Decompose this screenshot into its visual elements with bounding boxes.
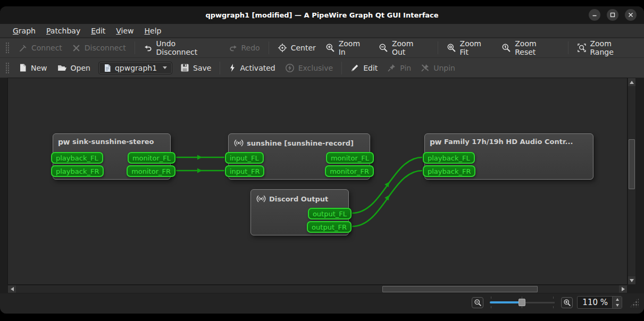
port-output[interactable]: monitor_FR (127, 165, 175, 177)
port-input[interactable]: playback_FR (423, 165, 475, 177)
new-button[interactable]: New (14, 61, 52, 75)
scroll-right-button[interactable] (619, 285, 627, 293)
graph-canvas[interactable]: pw sink-sunshine-stereo playback_FL play… (7, 78, 628, 285)
toolbar-separator (341, 62, 342, 74)
window-resize-grip[interactable] (630, 298, 639, 307)
vertical-scrollbar[interactable] (628, 78, 636, 285)
menu-graph[interactable]: Graph (9, 25, 40, 37)
zoom-in-button[interactable]: Zoom In (321, 37, 374, 59)
save-button[interactable]: Save (175, 61, 216, 75)
port-output[interactable]: output_FL (308, 208, 352, 219)
redo-button[interactable]: Redo (224, 41, 265, 55)
button-label: Redo (241, 44, 260, 52)
arrow-right-icon (622, 287, 625, 291)
port-input[interactable]: playback_FR (51, 165, 104, 177)
spin-up-button[interactable] (613, 297, 622, 302)
minimize-button[interactable] (589, 9, 600, 21)
scroll-left-button[interactable] (8, 285, 16, 293)
patchbay-file-icon (104, 64, 111, 72)
activated-button[interactable]: Activated (224, 61, 280, 75)
patchbay-selector[interactable]: qpwgraph1 (98, 62, 172, 74)
center-button[interactable]: Center (273, 40, 321, 55)
undo-icon (144, 44, 153, 53)
unpin-button[interactable]: Unpin (416, 61, 460, 75)
zoom-reset-button[interactable]: Zoom Reset (497, 37, 564, 59)
connect-button[interactable]: Connect (14, 41, 67, 55)
toolbar-separator (269, 41, 269, 54)
zoom-out-slider-button[interactable] (472, 297, 483, 308)
menu-view[interactable]: View (112, 25, 138, 37)
graph-node[interactable]: pw sink-sunshine-stereo playback_FL play… (53, 133, 171, 180)
port-input[interactable]: playback_FL (423, 152, 475, 164)
save-icon (180, 63, 189, 72)
open-button[interactable]: Open (52, 61, 95, 75)
menu-bar: Graph Patchbay Edit View Help (0, 24, 644, 38)
pin-button[interactable]: Pin (382, 61, 416, 75)
toolbar-separator (220, 62, 220, 74)
button-label: Disconnect (85, 44, 126, 52)
slider-tick (553, 297, 554, 299)
zoom-reset-icon (501, 43, 511, 53)
scroll-down-button[interactable] (628, 276, 635, 284)
graph-node[interactable]: pw Family 17h/19h HD Audio Contr... play… (424, 133, 593, 180)
menu-edit[interactable]: Edit (87, 25, 110, 37)
port-output[interactable]: monitor_FR (325, 165, 374, 177)
port-output[interactable]: monitor_FL (326, 152, 374, 164)
edit-icon (350, 63, 359, 72)
slider-handle[interactable] (518, 299, 525, 306)
node-title: Discord Output (269, 195, 328, 203)
close-button[interactable] (625, 9, 637, 21)
port-output[interactable]: output_FR (307, 221, 352, 233)
zoom-in-slider-button[interactable] (561, 297, 573, 308)
zoom-spinbox[interactable]: 110 % (577, 296, 622, 309)
graph-toolbar: Connect Disconnect Undo Disconnect Redo … (0, 38, 644, 58)
toolbar-drag-handle[interactable] (5, 42, 10, 54)
activated-icon (229, 63, 236, 72)
vertical-scrollbar-thumb[interactable] (629, 139, 635, 189)
maximize-button[interactable] (607, 9, 618, 21)
redo-icon (229, 44, 238, 53)
zoom-range-button[interactable]: Zoom Range (572, 37, 642, 59)
minimize-icon (592, 12, 597, 18)
node-title: Family 17h/19h HD Audio Contr... (444, 138, 573, 146)
toolbar-separator (438, 41, 438, 54)
toolbar-drag-handle[interactable] (5, 62, 10, 74)
horizontal-scrollbar-thumb[interactable] (382, 286, 538, 292)
center-icon (278, 43, 287, 53)
disconnect-icon (72, 44, 81, 53)
menu-help[interactable]: Help (140, 25, 166, 37)
button-label: Unpin (433, 64, 455, 72)
port-input[interactable]: input_FR (225, 165, 264, 177)
graph-node[interactable]: Discord Output output_FL output_FR (250, 189, 349, 235)
port-input[interactable]: playback_FL (51, 152, 103, 164)
button-label: Zoom Reset (515, 39, 559, 56)
button-label: Connect (31, 44, 62, 52)
exclusive-button[interactable]: Exclusive (280, 61, 338, 75)
edit-button[interactable]: Edit (346, 61, 382, 75)
application-icon (256, 193, 266, 204)
window-title: qpwgraph1 [modified] — A PipeWire Graph … (205, 11, 438, 19)
toolbar-separator (568, 41, 568, 54)
slider-tick (553, 306, 554, 308)
arrow-up-icon (616, 298, 619, 301)
spin-down-button[interactable] (613, 302, 622, 308)
menu-patchbay[interactable]: Patchbay (42, 25, 85, 37)
open-icon (57, 63, 67, 72)
disconnect-button[interactable]: Disconnect (67, 41, 131, 55)
scroll-up-button[interactable] (628, 78, 635, 86)
horizontal-scrollbar[interactable] (7, 285, 628, 293)
port-output[interactable]: monitor_FL (128, 152, 175, 164)
graph-node[interactable]: sunshine [sunshine-record] input_FL inpu… (228, 133, 370, 180)
button-label: Activated (240, 64, 275, 72)
status-bar: 110 % (0, 293, 644, 314)
toolbar-separator (135, 41, 135, 54)
zoom-fit-button[interactable]: Zoom Fit (442, 37, 497, 59)
scrollbar-corner (628, 285, 636, 293)
button-label: Zoom In (339, 39, 369, 56)
zoom-in-icon (325, 43, 335, 53)
arrow-down-icon (616, 304, 619, 307)
zoom-slider[interactable] (490, 297, 555, 308)
undo-disconnect-button[interactable]: Undo Disconnect (139, 37, 224, 59)
port-input[interactable]: input_FL (225, 152, 264, 164)
zoom-out-button[interactable]: Zoom Out (374, 37, 434, 59)
